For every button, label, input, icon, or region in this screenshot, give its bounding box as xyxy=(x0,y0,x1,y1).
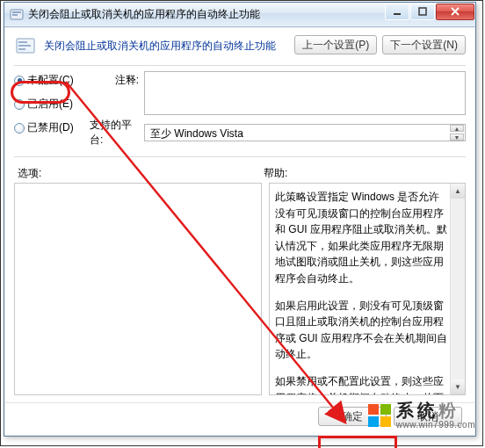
svg-rect-1 xyxy=(12,11,21,13)
prev-setting-button[interactable]: 上一个设置(P) xyxy=(294,35,377,54)
maximize-button[interactable] xyxy=(410,4,435,20)
svg-rect-6 xyxy=(18,41,27,43)
panels: 此策略设置指定 Windows 是否允许没有可见顶级窗口的控制台应用程序和 GU… xyxy=(5,183,474,402)
svg-rect-3 xyxy=(394,13,401,15)
policy-dialog-icon xyxy=(10,8,24,22)
radio-not-configured-label: 未配置(C) xyxy=(27,73,74,88)
radio-disabled[interactable]: 已禁用(D) xyxy=(14,120,90,135)
cancel-button[interactable]: 取消 xyxy=(394,407,462,426)
ok-button[interactable]: 确定 xyxy=(318,407,387,426)
help-paragraph: 如果启用此设置，则没有可见顶级窗口且阻止或取消关机的控制台应用程序或 GUI 应… xyxy=(275,298,449,363)
svg-rect-8 xyxy=(18,48,25,50)
supported-platform-box: 至少 Windows Vista ▲ ▼ xyxy=(144,124,466,141)
nav-buttons: 上一个设置(P) 下一个设置(N) xyxy=(294,35,466,54)
scroll-down-button[interactable]: ▼ xyxy=(450,134,464,141)
close-button[interactable] xyxy=(436,4,474,20)
supported-platform-value: 至少 Windows Vista xyxy=(150,127,243,140)
minimize-button[interactable] xyxy=(385,4,409,20)
radio-group: 未配置(C) 已启用(E) 已禁用(D) xyxy=(14,71,90,148)
button-row: 确定 取消 xyxy=(5,402,474,431)
fields-col: 至少 Windows Vista ▲ ▼ xyxy=(144,71,466,148)
comment-textarea[interactable] xyxy=(144,71,466,115)
radio-dot-icon xyxy=(14,76,25,86)
help-heading: 帮助: xyxy=(264,166,462,181)
page-outer-border: 关闭会阻止或取消关机的应用程序的自动终止功能 xyxy=(0,0,483,446)
scroll-up-icon[interactable]: ▲ xyxy=(451,184,465,199)
options-heading: 选项: xyxy=(18,166,264,181)
radio-dot-icon xyxy=(14,99,25,110)
policy-header-icon xyxy=(14,35,37,58)
comment-label: 注释: xyxy=(115,73,139,88)
svg-rect-2 xyxy=(12,14,18,16)
window-controls xyxy=(384,4,474,20)
radio-enabled-label: 已启用(E) xyxy=(27,97,73,112)
help-paragraph: 此策略设置指定 Windows 是否允许没有可见顶级窗口的控制台应用程序和 GU… xyxy=(275,189,449,287)
minimize-icon xyxy=(393,6,402,18)
divider xyxy=(14,65,466,66)
config-area: 未配置(C) 已启用(E) 已禁用(D) 注释: 支持的平台: xyxy=(5,71,474,153)
client-area: 关闭会阻止或取消关机的应用程序的自动终止功能 上一个设置(P) 下一个设置(N)… xyxy=(5,28,474,435)
dialog-window: 关闭会阻止或取消关机的应用程序的自动终止功能 xyxy=(4,2,476,437)
supported-label: 支持的平台: xyxy=(90,118,139,148)
annotation-box-ok xyxy=(318,436,397,448)
scroll-down-icon[interactable]: ▼ xyxy=(451,379,465,394)
section-headers: 选项: 帮助: xyxy=(5,163,474,183)
header-row: 关闭会阻止或取消关机的应用程序的自动终止功能 上一个设置(P) 下一个设置(N) xyxy=(5,28,474,61)
help-text: 此策略设置指定 Windows 是否允许没有可见顶级窗口的控制台应用程序和 GU… xyxy=(270,184,465,395)
radio-not-configured[interactable]: 未配置(C) xyxy=(14,73,90,88)
scrollbar-track[interactable] xyxy=(451,199,465,379)
help-panel: 此策略设置指定 Windows 是否允许没有可见顶级窗口的控制台应用程序和 GU… xyxy=(269,183,466,395)
page-title: 关闭会阻止或取消关机的应用程序的自动终止功能 xyxy=(44,35,294,54)
next-setting-button[interactable]: 下一个设置(N) xyxy=(382,35,466,54)
radio-disabled-label: 已禁用(D) xyxy=(27,120,74,135)
help-paragraph: 如果禁用或不配置此设置，则这些应用程序将在关机期间自动终止，从而有助于确保 Wi… xyxy=(275,373,449,395)
divider xyxy=(14,156,466,157)
close-icon xyxy=(451,6,460,18)
radio-enabled[interactable]: 已启用(E) xyxy=(14,97,90,112)
svg-rect-7 xyxy=(18,45,31,47)
radio-dot-icon xyxy=(14,123,25,134)
maximize-icon xyxy=(418,6,427,18)
help-scrollbar[interactable]: ▲ ▼ xyxy=(450,184,465,394)
scroll-up-button[interactable]: ▲ xyxy=(450,125,464,132)
labels-col: 注释: 支持的平台: xyxy=(90,71,144,148)
titlebar[interactable]: 关闭会阻止或取消关机的应用程序的自动终止功能 xyxy=(4,3,475,27)
options-panel xyxy=(14,183,262,395)
svg-rect-4 xyxy=(419,8,426,15)
